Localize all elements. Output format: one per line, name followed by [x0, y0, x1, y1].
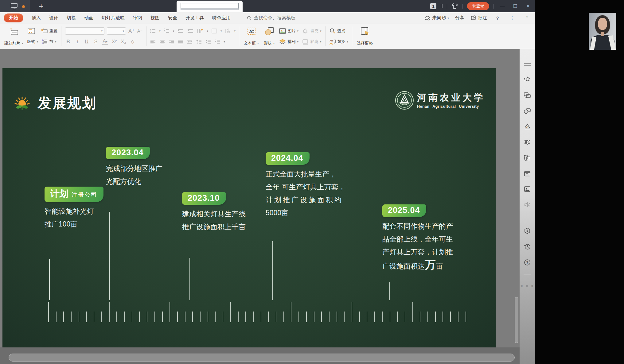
vertical-scrollbar-thumb[interactable]: [515, 297, 518, 343]
numbering-button[interactable]: [164, 28, 170, 34]
vertical-scrollbar[interactable]: [514, 49, 519, 347]
tab-review[interactable]: 审阅: [133, 15, 142, 21]
strikethrough-button[interactable]: S: [93, 39, 99, 45]
picture-button[interactable]: 图片▾: [277, 27, 300, 35]
sidebar-drag-handle[interactable]: [524, 63, 531, 66]
sync-status[interactable]: 未同步 ▾: [424, 15, 449, 21]
subscript-button[interactable]: X₂: [121, 39, 126, 45]
replace-button[interactable]: AB AC 替换▾: [328, 38, 350, 45]
textbox-button[interactable]: A 文本框▾: [241, 25, 261, 47]
help-button[interactable]: ?: [493, 15, 502, 21]
text-direction-button[interactable]: [197, 28, 204, 34]
indent-list-button[interactable]: [205, 39, 211, 44]
shapes-panel-icon[interactable]: [523, 107, 531, 114]
font-color-button[interactable]: A▾: [102, 38, 108, 45]
webcam-video[interactable]: [589, 13, 616, 50]
tab-security[interactable]: 安全: [168, 15, 177, 21]
skin-tshirt-icon[interactable]: [451, 3, 458, 9]
window-count-badge[interactable]: 1: [430, 3, 436, 9]
share-button[interactable]: 分享: [455, 15, 464, 21]
wordart-icon[interactable]: A: [523, 123, 531, 130]
picture-panel-icon[interactable]: [523, 185, 531, 193]
command-search[interactable]: 查找命令、搜索模板: [247, 15, 295, 21]
numbered-list-button[interactable]: [214, 39, 220, 44]
switch-slides-icon[interactable]: [523, 91, 531, 99]
reset-button[interactable]: 重置: [40, 28, 59, 34]
font-name-combo[interactable]: ▾: [65, 27, 104, 35]
find-button[interactable]: 查找: [328, 27, 350, 35]
svg-text:A: A: [249, 29, 252, 34]
new-tab-button[interactable]: +: [36, 1, 46, 11]
reset-icon: [41, 28, 48, 34]
section-button[interactable]: 节▾: [40, 38, 59, 45]
fill-icon: [302, 28, 309, 34]
close-button[interactable]: ✕: [524, 3, 532, 9]
distribute-button[interactable]: [187, 39, 193, 44]
tab-insert[interactable]: 插入: [32, 15, 41, 21]
timeline-item-2024-04[interactable]: 2024.04 正式全面大批量生产， 全年 可生产灯具上万套， 计划推广设施面积…: [266, 152, 345, 219]
fill-button[interactable]: 填充▾: [300, 27, 323, 35]
align-center-button[interactable]: [159, 39, 165, 44]
line-spacing-button[interactable]: [196, 39, 202, 44]
document-tab[interactable]: [177, 1, 243, 12]
help-circle-icon[interactable]: ?: [523, 259, 531, 266]
more-menu-button[interactable]: ⋮: [508, 15, 517, 21]
superscript-button[interactable]: X²: [111, 39, 117, 45]
layout-button[interactable]: 版式▾: [26, 38, 40, 45]
timeline-item-2025-04[interactable]: 2025.04 配套不同作物生产的产 品全部上线，全年可生 产灯具上万套，计划推…: [382, 204, 453, 273]
presenter-monitor-icon[interactable]: [10, 3, 18, 10]
slide-title[interactable]: 发展规划: [38, 94, 97, 112]
convert-smartart-button[interactable]: [225, 28, 231, 34]
underline-button[interactable]: U: [84, 39, 89, 45]
tab-devtools[interactable]: 开发工具: [185, 15, 204, 21]
timeline-item-2023-04[interactable]: 2023.04 完成部分地区推广 光配方优化: [106, 147, 162, 188]
layout-icon-button[interactable]: [26, 27, 40, 35]
clear-format-button[interactable]: ⬦: [130, 39, 135, 45]
tab-special-apps[interactable]: 特色应用: [212, 15, 231, 21]
new-slide-button[interactable]: 建幻灯片▾: [2, 25, 26, 47]
tab-design[interactable]: 设计: [49, 15, 58, 21]
italic-button[interactable]: I: [75, 39, 80, 45]
timeline-item-plan[interactable]: 计划 注册公司 智能设施补光灯 推广100亩: [45, 187, 103, 230]
selection-pane-button[interactable]: 选择窗格: [354, 25, 375, 47]
align-right-button[interactable]: [168, 39, 174, 44]
more-ellipsis-icon[interactable]: ● ● ●: [520, 283, 534, 288]
slide-canvas[interactable]: 发展规划 河南农业大学 Henan Agricultural Universit…: [2, 68, 496, 347]
plugin-download-icon[interactable]: [523, 227, 531, 235]
increase-indent-button[interactable]: [187, 29, 194, 33]
tab-animation[interactable]: 动画: [84, 15, 93, 21]
settings-sliders-icon[interactable]: [523, 138, 531, 146]
smart-image-icon[interactable]: [523, 154, 531, 161]
decrease-font-button[interactable]: A⁻: [137, 28, 142, 34]
decrease-indent-button[interactable]: [177, 29, 184, 33]
justify-button[interactable]: [177, 39, 184, 44]
horizontal-scrollbar-thumb[interactable]: [9, 354, 515, 362]
tab-view[interactable]: 视图: [150, 15, 160, 21]
font-size-combo[interactable]: ▾: [107, 27, 126, 35]
timeline-text: 智能设施补光灯 推广100亩: [45, 205, 103, 230]
bullets-button[interactable]: [150, 28, 156, 34]
speaker-icon[interactable]: [523, 201, 531, 208]
login-button[interactable]: 未登录: [467, 2, 489, 10]
toolbox-icon[interactable]: [523, 170, 531, 177]
increase-font-button[interactable]: A⁺: [128, 28, 135, 34]
tab-home[interactable]: 开始: [4, 14, 23, 22]
tab-transition[interactable]: 切换: [67, 15, 76, 21]
outline-button[interactable]: 轮廓▾: [300, 38, 323, 45]
history-clock-icon[interactable]: [523, 243, 531, 250]
bold-button[interactable]: B: [65, 39, 71, 45]
align-text-button[interactable]: [211, 28, 217, 34]
tab-slideshow[interactable]: 幻灯片放映: [102, 15, 125, 21]
timeline-item-2023-10[interactable]: 2023.10 建成相关灯具生产线 推广设施面积上千亩: [182, 192, 246, 233]
align-left-button[interactable]: [150, 39, 156, 44]
arrange-button[interactable]: 排列▾: [277, 38, 300, 45]
shapes-button[interactable]: 形状▾: [261, 25, 277, 47]
timeline-badge: 2023.10: [182, 192, 226, 205]
comment-button[interactable]: 批注: [470, 15, 487, 21]
animation-star-icon[interactable]: [523, 76, 531, 83]
collapse-ribbon-button[interactable]: ⌃: [523, 15, 531, 21]
search-icon: [247, 16, 252, 21]
minimize-button[interactable]: —: [498, 4, 507, 9]
side-black-panel: [535, 0, 624, 364]
restore-button[interactable]: ❐: [511, 3, 520, 9]
